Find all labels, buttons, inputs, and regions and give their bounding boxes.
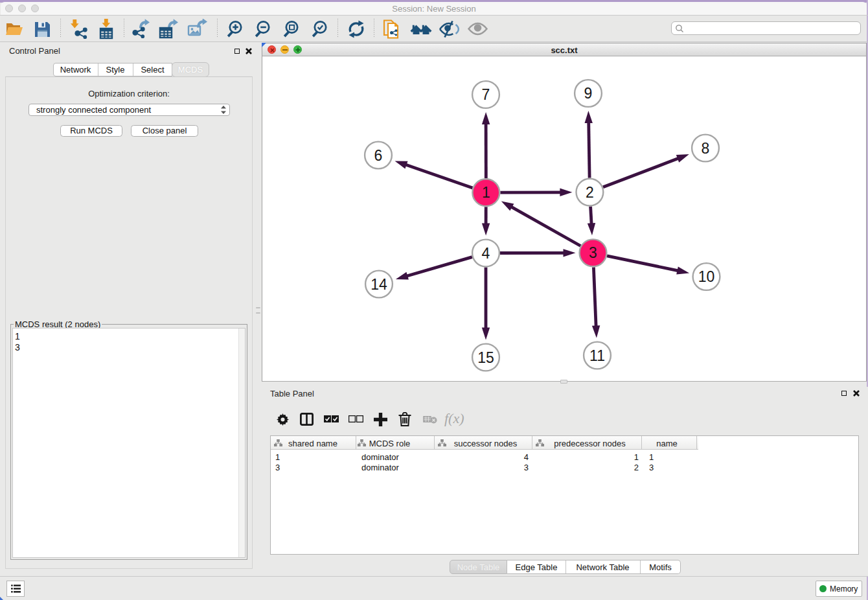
svg-text:11: 11 [589,347,605,364]
svg-text:2: 2 [586,184,594,201]
svg-text:8: 8 [702,140,710,157]
svg-text:15: 15 [477,349,494,366]
svg-text:4: 4 [482,245,490,262]
svg-text:6: 6 [374,147,383,164]
svg-text:3: 3 [589,244,597,261]
svg-text:7: 7 [482,86,490,103]
svg-text:10: 10 [698,268,715,285]
svg-text:1: 1 [482,184,490,201]
svg-text:14: 14 [371,276,387,293]
svg-text:9: 9 [584,85,593,102]
